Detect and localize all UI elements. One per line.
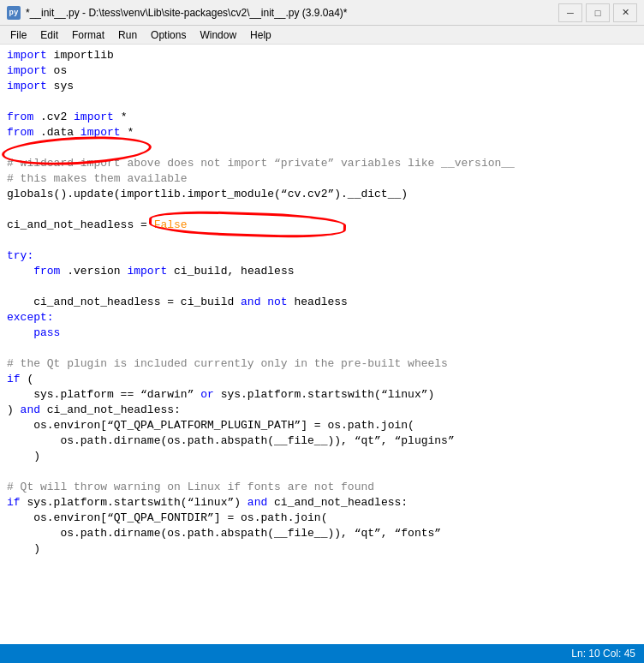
code-line (0, 279, 644, 295)
code-line: ci_and_not_headless = False (0, 218, 644, 233)
code-line: from .data import * (0, 125, 644, 140)
code-line: ) (0, 541, 644, 557)
code-line: ci_and_not_headless = ci_build and not h… (0, 295, 644, 310)
status-bar: Ln: 10 Col: 45 (0, 644, 644, 663)
code-line (0, 464, 644, 480)
code-line: ) (0, 449, 644, 464)
code-line: except: (0, 310, 644, 326)
code-line: # this makes them available (0, 171, 644, 187)
app-icon: py (7, 6, 21, 20)
code-line: import importlib (0, 48, 644, 63)
code-line: # Qt will throw warning on Linux if font… (0, 480, 644, 495)
menu-run[interactable]: Run (111, 26, 144, 44)
code-line: try: (0, 248, 644, 264)
title-bar-text: *__init__.py - D:\tess\venv\Lib\site-pac… (26, 7, 553, 19)
code-line: globals().update(importlib.import_module… (0, 187, 644, 202)
menu-window[interactable]: Window (193, 26, 243, 44)
code-line: if sys.platform.startswith(“linux”) and … (0, 495, 644, 511)
code-line: pass (0, 326, 644, 341)
code-line: # wildcard import above does not import … (0, 156, 644, 171)
code-line: os.path.dirname(os.path.abspath(__file__… (0, 526, 644, 541)
code-line: sys.platform == “darwin” or sys.platform… (0, 387, 644, 403)
code-line: from .version import ci_build, headless (0, 264, 644, 279)
menu-format[interactable]: Format (65, 26, 111, 44)
code-line (0, 341, 644, 356)
code-line (0, 94, 644, 110)
maximize-button[interactable]: □ (586, 3, 610, 22)
code-line: if ( (0, 372, 644, 387)
minimize-button[interactable]: ─ (558, 3, 582, 22)
code-editor[interactable]: import importlib import os import sys fr… (0, 45, 644, 644)
menu-edit[interactable]: Edit (33, 26, 65, 44)
status-text: Ln: 10 Col: 45 (571, 648, 635, 660)
menu-options[interactable]: Options (144, 26, 193, 44)
code-line (0, 140, 644, 156)
code-line: from .cv2 import * (0, 110, 644, 125)
code-line: ) and ci_and_not_headless: (0, 403, 644, 418)
code-line: os.environ[“QT_QPA_PLATFORM_PLUGIN_PATH”… (0, 418, 644, 433)
code-line (0, 202, 644, 218)
menu-help[interactable]: Help (243, 26, 278, 44)
menu-file[interactable]: File (3, 26, 33, 44)
code-line: import sys (0, 79, 644, 94)
code-line: # the Qt plugin is included currently on… (0, 356, 644, 372)
code-line: import os (0, 63, 644, 79)
code-line: os.environ[“QT_QPA_FONTDIR”] = os.path.j… (0, 511, 644, 526)
window-controls: ─ □ ✕ (558, 3, 637, 22)
title-bar: py *__init__.py - D:\tess\venv\Lib\site-… (0, 0, 644, 26)
code-line: os.path.dirname(os.path.abspath(__file__… (0, 433, 644, 449)
close-button[interactable]: ✕ (613, 3, 637, 22)
menu-bar: File Edit Format Run Options Window Help (0, 26, 644, 45)
code-line (0, 233, 644, 248)
